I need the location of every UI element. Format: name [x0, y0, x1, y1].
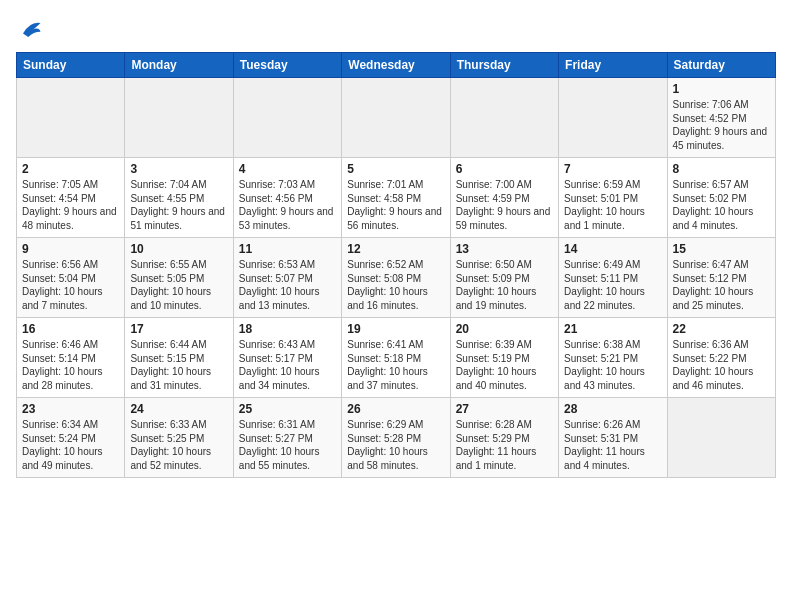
day-number: 15 [673, 242, 770, 256]
calendar-cell: 23Sunrise: 6:34 AM Sunset: 5:24 PM Dayli… [17, 398, 125, 478]
day-info: Sunrise: 6:57 AM Sunset: 5:02 PM Dayligh… [673, 178, 770, 232]
day-info: Sunrise: 6:29 AM Sunset: 5:28 PM Dayligh… [347, 418, 444, 472]
day-number: 13 [456, 242, 553, 256]
day-number: 26 [347, 402, 444, 416]
day-number: 7 [564, 162, 661, 176]
calendar-cell: 14Sunrise: 6:49 AM Sunset: 5:11 PM Dayli… [559, 238, 667, 318]
calendar-cell: 15Sunrise: 6:47 AM Sunset: 5:12 PM Dayli… [667, 238, 775, 318]
day-number: 17 [130, 322, 227, 336]
page-header [16, 16, 776, 44]
calendar-cell: 11Sunrise: 6:53 AM Sunset: 5:07 PM Dayli… [233, 238, 341, 318]
calendar-cell: 25Sunrise: 6:31 AM Sunset: 5:27 PM Dayli… [233, 398, 341, 478]
calendar-table: SundayMondayTuesdayWednesdayThursdayFrid… [16, 52, 776, 478]
calendar-cell: 2Sunrise: 7:05 AM Sunset: 4:54 PM Daylig… [17, 158, 125, 238]
day-number: 27 [456, 402, 553, 416]
day-number: 21 [564, 322, 661, 336]
day-info: Sunrise: 6:36 AM Sunset: 5:22 PM Dayligh… [673, 338, 770, 392]
day-info: Sunrise: 6:49 AM Sunset: 5:11 PM Dayligh… [564, 258, 661, 312]
calendar-cell: 6Sunrise: 7:00 AM Sunset: 4:59 PM Daylig… [450, 158, 558, 238]
calendar-cell [450, 78, 558, 158]
weekday-header: Saturday [667, 53, 775, 78]
weekday-header: Friday [559, 53, 667, 78]
day-info: Sunrise: 6:53 AM Sunset: 5:07 PM Dayligh… [239, 258, 336, 312]
day-info: Sunrise: 7:05 AM Sunset: 4:54 PM Dayligh… [22, 178, 119, 232]
calendar-cell: 9Sunrise: 6:56 AM Sunset: 5:04 PM Daylig… [17, 238, 125, 318]
calendar-cell: 10Sunrise: 6:55 AM Sunset: 5:05 PM Dayli… [125, 238, 233, 318]
calendar-cell: 5Sunrise: 7:01 AM Sunset: 4:58 PM Daylig… [342, 158, 450, 238]
calendar-cell: 28Sunrise: 6:26 AM Sunset: 5:31 PM Dayli… [559, 398, 667, 478]
day-info: Sunrise: 6:59 AM Sunset: 5:01 PM Dayligh… [564, 178, 661, 232]
logo [16, 16, 48, 44]
day-info: Sunrise: 6:28 AM Sunset: 5:29 PM Dayligh… [456, 418, 553, 472]
day-info: Sunrise: 6:50 AM Sunset: 5:09 PM Dayligh… [456, 258, 553, 312]
day-info: Sunrise: 6:46 AM Sunset: 5:14 PM Dayligh… [22, 338, 119, 392]
day-info: Sunrise: 6:55 AM Sunset: 5:05 PM Dayligh… [130, 258, 227, 312]
weekday-header: Tuesday [233, 53, 341, 78]
day-info: Sunrise: 6:26 AM Sunset: 5:31 PM Dayligh… [564, 418, 661, 472]
calendar-cell: 1Sunrise: 7:06 AM Sunset: 4:52 PM Daylig… [667, 78, 775, 158]
calendar-cell [559, 78, 667, 158]
day-number: 10 [130, 242, 227, 256]
calendar-cell: 7Sunrise: 6:59 AM Sunset: 5:01 PM Daylig… [559, 158, 667, 238]
calendar-cell: 8Sunrise: 6:57 AM Sunset: 5:02 PM Daylig… [667, 158, 775, 238]
day-info: Sunrise: 6:38 AM Sunset: 5:21 PM Dayligh… [564, 338, 661, 392]
calendar-cell: 18Sunrise: 6:43 AM Sunset: 5:17 PM Dayli… [233, 318, 341, 398]
day-number: 2 [22, 162, 119, 176]
calendar-cell [233, 78, 341, 158]
calendar-cell: 21Sunrise: 6:38 AM Sunset: 5:21 PM Dayli… [559, 318, 667, 398]
day-info: Sunrise: 6:52 AM Sunset: 5:08 PM Dayligh… [347, 258, 444, 312]
day-info: Sunrise: 6:41 AM Sunset: 5:18 PM Dayligh… [347, 338, 444, 392]
day-number: 11 [239, 242, 336, 256]
day-number: 18 [239, 322, 336, 336]
calendar-cell: 4Sunrise: 7:03 AM Sunset: 4:56 PM Daylig… [233, 158, 341, 238]
calendar-cell: 20Sunrise: 6:39 AM Sunset: 5:19 PM Dayli… [450, 318, 558, 398]
day-number: 9 [22, 242, 119, 256]
calendar-week-row: 2Sunrise: 7:05 AM Sunset: 4:54 PM Daylig… [17, 158, 776, 238]
day-info: Sunrise: 6:56 AM Sunset: 5:04 PM Dayligh… [22, 258, 119, 312]
calendar-header-row: SundayMondayTuesdayWednesdayThursdayFrid… [17, 53, 776, 78]
day-info: Sunrise: 7:03 AM Sunset: 4:56 PM Dayligh… [239, 178, 336, 232]
calendar-week-row: 23Sunrise: 6:34 AM Sunset: 5:24 PM Dayli… [17, 398, 776, 478]
day-number: 16 [22, 322, 119, 336]
calendar-cell: 3Sunrise: 7:04 AM Sunset: 4:55 PM Daylig… [125, 158, 233, 238]
weekday-header: Thursday [450, 53, 558, 78]
calendar-week-row: 1Sunrise: 7:06 AM Sunset: 4:52 PM Daylig… [17, 78, 776, 158]
calendar-cell: 19Sunrise: 6:41 AM Sunset: 5:18 PM Dayli… [342, 318, 450, 398]
day-info: Sunrise: 6:43 AM Sunset: 5:17 PM Dayligh… [239, 338, 336, 392]
day-info: Sunrise: 6:31 AM Sunset: 5:27 PM Dayligh… [239, 418, 336, 472]
weekday-header: Monday [125, 53, 233, 78]
day-number: 5 [347, 162, 444, 176]
day-info: Sunrise: 6:47 AM Sunset: 5:12 PM Dayligh… [673, 258, 770, 312]
calendar-cell [17, 78, 125, 158]
day-number: 1 [673, 82, 770, 96]
day-number: 28 [564, 402, 661, 416]
calendar-cell: 13Sunrise: 6:50 AM Sunset: 5:09 PM Dayli… [450, 238, 558, 318]
day-number: 25 [239, 402, 336, 416]
day-number: 4 [239, 162, 336, 176]
calendar-cell: 24Sunrise: 6:33 AM Sunset: 5:25 PM Dayli… [125, 398, 233, 478]
day-info: Sunrise: 7:04 AM Sunset: 4:55 PM Dayligh… [130, 178, 227, 232]
weekday-header: Sunday [17, 53, 125, 78]
calendar-cell: 16Sunrise: 6:46 AM Sunset: 5:14 PM Dayli… [17, 318, 125, 398]
day-number: 19 [347, 322, 444, 336]
day-info: Sunrise: 6:33 AM Sunset: 5:25 PM Dayligh… [130, 418, 227, 472]
calendar-cell [667, 398, 775, 478]
day-info: Sunrise: 7:00 AM Sunset: 4:59 PM Dayligh… [456, 178, 553, 232]
calendar-cell: 27Sunrise: 6:28 AM Sunset: 5:29 PM Dayli… [450, 398, 558, 478]
day-number: 23 [22, 402, 119, 416]
day-number: 20 [456, 322, 553, 336]
calendar-cell: 22Sunrise: 6:36 AM Sunset: 5:22 PM Dayli… [667, 318, 775, 398]
day-number: 12 [347, 242, 444, 256]
calendar-week-row: 16Sunrise: 6:46 AM Sunset: 5:14 PM Dayli… [17, 318, 776, 398]
calendar-cell: 12Sunrise: 6:52 AM Sunset: 5:08 PM Dayli… [342, 238, 450, 318]
calendar-week-row: 9Sunrise: 6:56 AM Sunset: 5:04 PM Daylig… [17, 238, 776, 318]
day-number: 14 [564, 242, 661, 256]
day-number: 22 [673, 322, 770, 336]
day-info: Sunrise: 7:06 AM Sunset: 4:52 PM Dayligh… [673, 98, 770, 152]
calendar-cell: 26Sunrise: 6:29 AM Sunset: 5:28 PM Dayli… [342, 398, 450, 478]
day-number: 24 [130, 402, 227, 416]
calendar-cell [125, 78, 233, 158]
calendar-cell [342, 78, 450, 158]
day-info: Sunrise: 7:01 AM Sunset: 4:58 PM Dayligh… [347, 178, 444, 232]
calendar-cell: 17Sunrise: 6:44 AM Sunset: 5:15 PM Dayli… [125, 318, 233, 398]
